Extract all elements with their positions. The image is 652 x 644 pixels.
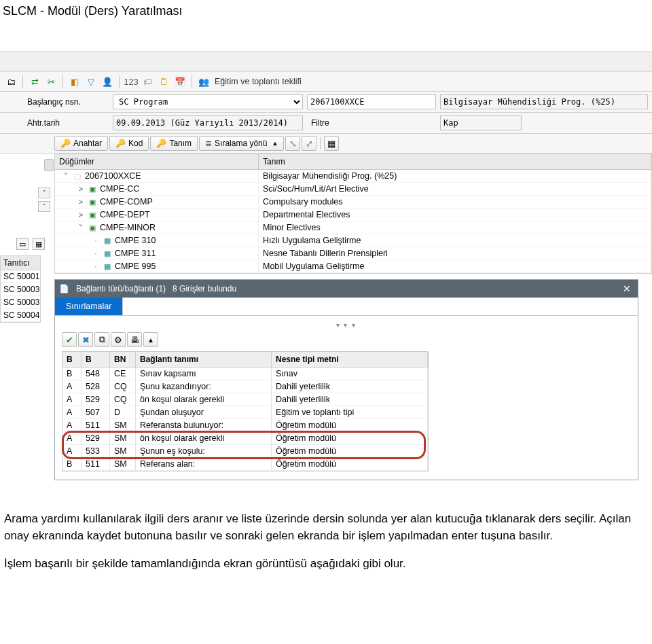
grid-cell: A — [62, 406, 82, 419]
node-desc: Minor Electives — [259, 221, 651, 234]
grid-row[interactable]: A529CQön koşul olarak gerekliDahili yete… — [62, 393, 428, 406]
tree-row[interactable]: ·▦CMPE 310Hızlı Uygulama Geliştirme — [55, 234, 651, 247]
module-group-icon: ▣ — [88, 210, 97, 219]
tree-row[interactable]: ·▦CMPE 311Nesne Tabanlı Dillerin Prensip… — [55, 247, 651, 260]
kod-button[interactable]: 🔑Kod — [109, 136, 149, 151]
id-row[interactable]: SC 50004! — [1, 309, 40, 322]
education-offer-label[interactable]: Eğitim ve toplantı teklifi — [215, 77, 302, 86]
note-icon[interactable]: 🗒 — [157, 75, 170, 88]
grid-cell: SM — [110, 445, 136, 458]
collapse-icon[interactable]: ⤡ — [285, 136, 300, 151]
id-row[interactable]: SC 50001! — [1, 270, 40, 283]
grid-cell: Şundan oluşuyor — [136, 406, 272, 419]
clear-icon[interactable]: ✖ — [78, 332, 93, 347]
tanim-button[interactable]: 🔑Tanım — [150, 136, 198, 151]
tree-row[interactable]: >▣CMPE-CCSci/Soc/Hum/Lit/Art Elective — [55, 183, 651, 196]
id-row[interactable]: SC 50003! — [1, 296, 40, 309]
node-icon[interactable]: ◧ — [68, 75, 82, 88]
grid-cell: SM — [110, 419, 136, 432]
expand-toggle-icon[interactable]: ˅ — [77, 223, 85, 232]
left-mini-btn-1[interactable]: ▭ — [16, 238, 29, 250]
tree-row[interactable]: ˅⬚2067100XXCEBilgisayar Mühendisliği Pro… — [55, 170, 651, 183]
hierarchy-icon[interactable]: ⇄ — [28, 75, 41, 88]
sort-desc-icon[interactable]: ▲ — [143, 332, 158, 347]
node-desc: Departmental Electives — [259, 209, 651, 221]
tree-row[interactable]: >▣CMPE-COMPCompulsary modules — [55, 196, 651, 209]
scroll-down-icon[interactable]: ˅ — [38, 201, 50, 212]
splitter-handle[interactable] — [44, 159, 54, 171]
grid-row[interactable]: A528CQŞunu kazandırıyor:Dahili yeterlili… — [62, 380, 428, 393]
drag-handle-icon[interactable]: ▾ ▾ ▾ — [62, 320, 631, 329]
print-icon[interactable]: 🖶 — [127, 332, 142, 347]
expand-icon[interactable]: ⤢ — [302, 136, 316, 151]
tree-row[interactable]: ·▦CMPE 995Mobil Uygulama Geliştirme — [55, 260, 651, 273]
grid-row[interactable]: A533SMŞunun eş koşulu:Öğretim modülü — [62, 445, 428, 458]
grid-cell: Öğretim modülü — [272, 458, 428, 471]
grid-cell: A — [62, 380, 82, 393]
settings-icon[interactable]: ⚙ — [111, 332, 126, 347]
grid-cell: CQ — [110, 380, 136, 393]
expand-toggle-icon[interactable]: > — [77, 185, 85, 193]
people-icon[interactable]: 👥 — [197, 75, 211, 88]
tree-row[interactable]: >▣CMPE-DEPTDepartmental Electives — [55, 209, 651, 221]
grid-cell: A — [62, 432, 82, 445]
filter-icon[interactable]: ▽ — [84, 75, 98, 88]
layout-icon[interactable]: ▦ — [324, 136, 339, 151]
tree-icon[interactable]: 🗂 — [4, 75, 18, 88]
copy-icon[interactable]: ⧉ — [94, 332, 109, 347]
module-group-icon: ▣ — [88, 223, 97, 232]
expand-toggle-icon[interactable]: ˅ — [62, 172, 70, 181]
grid-cell: D — [110, 406, 136, 419]
user-icon[interactable]: 👤 — [101, 75, 114, 88]
scroll-up-icon[interactable]: ˄ — [38, 187, 50, 198]
grid-cell: Dahili yeterlilik — [272, 393, 428, 406]
grid-cell: Şunu kazandırıyor: — [136, 380, 272, 393]
start-select[interactable]: SC Program — [113, 94, 303, 109]
filter-row-2: Ahtr.tarih Filtre — [0, 113, 652, 134]
calendar-icon[interactable]: 📅 — [173, 75, 187, 88]
grid-row[interactable]: B511SMReferans alan:Öğretim modülü — [62, 458, 428, 471]
grid-row[interactable]: A511SMReferansta bulunuyor:Öğretim modül… — [62, 419, 428, 432]
grid-cell: 511 — [82, 458, 110, 471]
accept-icon[interactable]: ✔ — [62, 332, 77, 347]
grid-cell: 507 — [82, 406, 110, 419]
node-desc: Nesne Tabanlı Dillerin Prensipleri — [259, 247, 651, 260]
explanation-text: Arama yardımı kullanılarak ilgili ders a… — [0, 480, 652, 603]
expand-toggle-icon[interactable]: > — [77, 211, 85, 219]
grid-row[interactable]: A529SMön koşul olarak gerekliÖğretim mod… — [62, 432, 428, 445]
expand-toggle-icon[interactable]: > — [77, 198, 85, 206]
siralama-button[interactable]: ≣Sıralama yönü▲ — [199, 136, 284, 151]
expand-toggle-icon[interactable]: · — [92, 236, 100, 245]
grid-cell: A — [62, 419, 82, 432]
grid-head-obj: Nesne tipi metni — [272, 352, 428, 368]
expand-toggle-icon[interactable]: · — [92, 249, 100, 257]
grid-row[interactable]: A507DŞundan oluşuyorEğitim ve toplantı t… — [62, 406, 428, 419]
grid-cell: 533 — [82, 445, 110, 458]
module-icon: ▦ — [103, 262, 112, 271]
calc-icon[interactable]: 123 — [124, 75, 138, 88]
id-row[interactable]: SC 50003! — [1, 283, 40, 296]
code-input[interactable] — [307, 94, 436, 109]
node-desc: Bilgisayar Mühendisliği Prog. (%25) — [259, 170, 651, 182]
tree-col-2: Tanım — [259, 154, 651, 169]
tag-icon[interactable]: 🏷 — [141, 75, 154, 88]
grid-cell: Sınav — [272, 368, 428, 380]
desc-readonly — [440, 94, 648, 109]
tab-sinirlamalar[interactable]: Sınırlamalar — [55, 298, 123, 315]
tree-row[interactable]: ˅▣CMPE-MINORMinor Electives — [55, 221, 651, 234]
hierarchy-cut-icon[interactable]: ✂ — [44, 75, 58, 88]
node-desc: Compulsary modules — [259, 196, 651, 208]
close-icon[interactable]: ✕ — [620, 282, 634, 296]
anahtar-button[interactable]: 🔑Anahtar — [54, 136, 108, 151]
grid-row[interactable]: B548CESınav kapsamıSınav — [62, 368, 428, 380]
expand-toggle-icon[interactable]: · — [92, 262, 100, 270]
grid-head-def: Bağlantı tanımı — [136, 352, 272, 368]
grid-cell: Sınav kapsamı — [136, 368, 272, 380]
grid-cell: Öğretim modülü — [272, 445, 428, 458]
ahtr-value — [113, 115, 303, 130]
popup-title-left: Bağlantı türü/bağlantı (1) — [76, 284, 166, 293]
left-mini-btn-2[interactable]: ▦ — [33, 238, 45, 250]
popup-toolbar: ✔ ✖ ⧉ ⚙ 🖶 ▲ — [62, 332, 631, 347]
filter-row-1: Başlangıç nsn. SC Program — [0, 92, 652, 113]
grid-cell: SM — [110, 432, 136, 445]
